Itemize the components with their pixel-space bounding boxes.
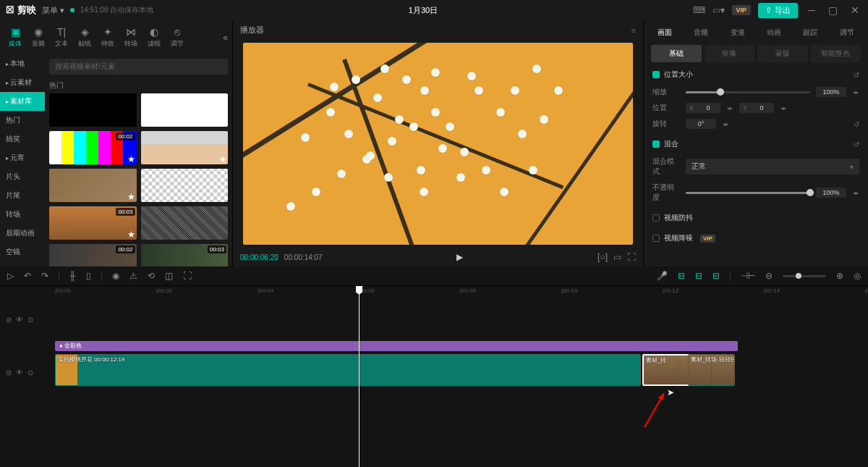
original-ratio-icon[interactable]: [○] (597, 252, 608, 262)
zoom-slider[interactable] (783, 275, 826, 277)
zoom-fit-icon[interactable]: ◎ (854, 271, 861, 281)
sidebar-item-10[interactable]: 空镜 (0, 243, 45, 261)
sidebar-item-0[interactable]: 本地 (0, 54, 45, 73)
preview-viewport[interactable] (243, 43, 633, 245)
media-thumb-6[interactable]: 00:03 (49, 206, 137, 240)
media-tab-2[interactable]: T|文本 (51, 23, 72, 51)
media-thumb-5[interactable] (141, 169, 229, 202)
media-thumb-3[interactable] (141, 131, 229, 164)
rotation-stepper[interactable]: ◂▸ (722, 121, 729, 127)
close-button[interactable]: ✕ (848, 4, 862, 16)
inspector-subtab-1[interactable]: 抠像 (705, 45, 755, 62)
search-input[interactable]: 搜索视频素材/元素 (49, 59, 228, 75)
freeze-icon[interactable]: ⚠ (129, 271, 137, 281)
scale-stepper[interactable]: ◂▸ (852, 89, 859, 96)
media-tab-3[interactable]: ◈贴纸 (74, 23, 95, 51)
zoom-out-icon[interactable]: ⊖ (765, 271, 773, 281)
sidebar-item-9[interactable]: 后期动画 (0, 224, 45, 243)
opacity-slider[interactable] (686, 192, 810, 194)
pos-y-stepper[interactable]: ◂▸ (780, 105, 787, 112)
menu-dropdown[interactable]: 菜单 ▾ (42, 5, 64, 16)
inspector-subtab-0[interactable]: 基础 (651, 45, 702, 62)
toggle-preview-icon[interactable]: ⊟ (712, 271, 720, 281)
play-button[interactable]: ▶ (456, 252, 463, 262)
sidebar-item-7[interactable]: 片尾 (0, 186, 45, 205)
media-thumb-9[interactable]: 00:03 (141, 244, 229, 266)
timeline-ruler[interactable]: |00:00|00:02|00:04|00:06|00:08|00:10|00:… (55, 286, 868, 298)
media-tab-5[interactable]: ⋈转场 (120, 23, 142, 51)
fullscreen-icon[interactable]: ⛶ (627, 252, 636, 262)
undo-icon[interactable]: ↶ (24, 271, 31, 281)
sidebar-item-2[interactable]: 素材库 (0, 92, 45, 111)
split-tool-icon[interactable]: ╫ (69, 271, 76, 281)
media-tab-4[interactable]: ✦特效 (97, 23, 119, 51)
position-y-input[interactable]: Y (739, 103, 774, 113)
main-track-eye-icon[interactable]: 👁 (16, 369, 23, 376)
sidebar-item-1[interactable]: 云素材 (0, 73, 45, 92)
sidebar-item-3[interactable]: 热门 (0, 111, 45, 130)
blend-mode-select[interactable]: 正常▾ (686, 159, 859, 174)
sidebar-item-4[interactable]: 搞笑 (0, 130, 45, 148)
sidebar-item-6[interactable]: 片头 (0, 167, 45, 186)
position-size-check-icon[interactable] (652, 71, 660, 78)
inspector-tab-2[interactable]: 变速 (721, 25, 754, 41)
blend-check-icon[interactable] (652, 140, 660, 148)
shortcut-icon[interactable]: ⌨ (693, 5, 705, 15)
sidebar-item-11[interactable]: 情绪爆梗 (0, 261, 45, 266)
sidebar-item-5[interactable]: 元宵 (0, 148, 45, 167)
zoom-in-icon[interactable]: ⊕ (836, 271, 843, 281)
media-thumb-1[interactable] (141, 93, 229, 127)
media-thumb-7[interactable] (141, 206, 229, 240)
track-lock-icon[interactable]: ⊘ (6, 316, 12, 324)
media-tab-0[interactable]: ▣媒体 (4, 23, 26, 51)
reverse-icon[interactable]: ⟲ (148, 271, 155, 281)
crop-icon[interactable]: ◫ (165, 271, 173, 281)
opacity-value[interactable]: 100% (816, 188, 846, 198)
filter-clip[interactable]: ● 金彩色 (55, 341, 738, 351)
inspector-subtab-3[interactable]: 智能抠色 (811, 45, 861, 62)
inspector-subtab-2[interactable]: 蒙版 (757, 45, 808, 62)
position-x-input[interactable]: X (686, 103, 720, 113)
pos-x-stepper[interactable]: ◂▸ (726, 105, 733, 112)
minimize-button[interactable]: ─ (805, 4, 818, 16)
sidebar-item-8[interactable]: 转场 (0, 205, 45, 224)
track-mute-icon[interactable]: ⊙ (27, 316, 33, 324)
media-tab-6[interactable]: ◐滤镜 (143, 23, 165, 51)
scale-slider[interactable] (686, 91, 810, 93)
toggle-audio-icon[interactable]: ⊟ (695, 271, 702, 281)
playhead[interactable] (359, 286, 359, 467)
stabilize-check-icon[interactable] (652, 214, 660, 222)
inspector-tab-0[interactable]: 画面 (648, 25, 681, 41)
opacity-stepper[interactable]: ◂▸ (852, 190, 859, 196)
position-size-reset-icon[interactable]: ↺ (854, 71, 859, 79)
layout-icon[interactable]: ▭▾ (712, 5, 725, 15)
toggle-main-icon[interactable]: ⊟ (678, 271, 685, 281)
mirror-icon[interactable]: ⛶ (183, 271, 192, 281)
rotation-value[interactable]: 0° (686, 119, 716, 129)
delete-tool-icon[interactable]: ▯ (86, 271, 91, 281)
scale-value[interactable]: 100% (816, 87, 846, 97)
media-thumb-0[interactable] (49, 93, 137, 127)
media-thumb-4[interactable] (49, 169, 137, 202)
redo-icon[interactable]: ↷ (41, 271, 48, 281)
rotation-reset-icon[interactable]: ↺ (854, 120, 859, 128)
snap-icon[interactable]: ⊣⊢ (741, 271, 755, 281)
tertiary-video-clip[interactable]: 素材_转场 轻轻轻大家 00 (688, 354, 735, 386)
collapse-panel-icon[interactable]: « (223, 33, 228, 43)
maximize-button[interactable]: ▢ (825, 4, 841, 16)
inspector-tab-5[interactable]: 调节 (830, 25, 864, 41)
main-track-lock-icon[interactable]: ⊘ (6, 369, 12, 376)
ratio-icon[interactable]: ▭ (613, 252, 621, 262)
track-eye-icon[interactable]: 👁 (16, 316, 23, 324)
record-icon[interactable]: ◉ (112, 271, 119, 281)
blend-reset-icon[interactable]: ↺ (854, 140, 859, 148)
player-menu-icon[interactable]: ≡ (631, 26, 636, 35)
inspector-tab-4[interactable]: 跟踪 (793, 25, 827, 41)
denoise-check-icon[interactable] (652, 235, 660, 242)
main-track-mute-icon[interactable]: ⊙ (27, 369, 33, 376)
vip-badge[interactable]: VIP (732, 5, 752, 15)
inspector-tab-1[interactable]: 音频 (684, 25, 718, 41)
media-tab-1[interactable]: ◉音频 (27, 23, 49, 51)
media-thumb-8[interactable]: 00:02 (49, 244, 137, 266)
media-thumb-2[interactable]: 00:02 (49, 131, 137, 164)
